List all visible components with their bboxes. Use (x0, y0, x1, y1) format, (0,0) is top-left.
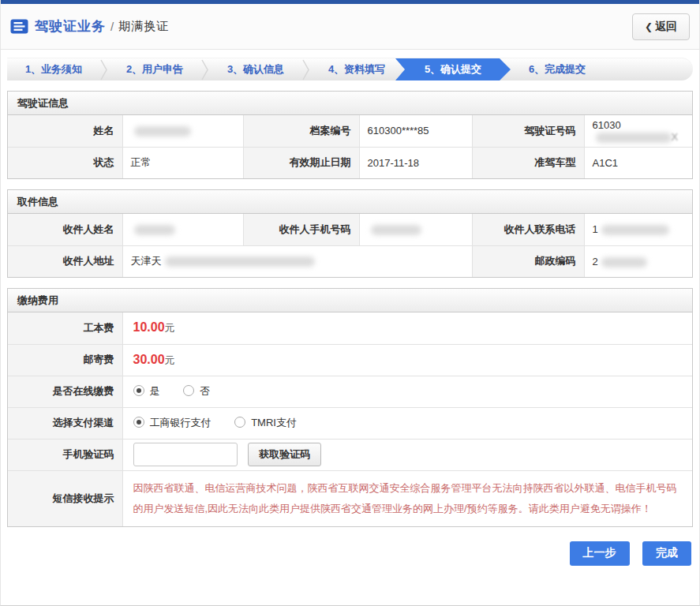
tab-step-2[interactable]: 2、用户申告 (108, 58, 201, 80)
online-pay-yes-label[interactable]: 是 (150, 385, 160, 397)
tab-step-4[interactable]: 4、资料填写 (310, 58, 403, 80)
radio-channel-tmri[interactable] (234, 417, 245, 428)
radio-online-pay-yes[interactable] (133, 385, 144, 396)
post-fee-label: 邮寄费 (8, 344, 122, 376)
vehicle-value: A1C1 (584, 147, 692, 178)
step-separator-icon (201, 58, 209, 80)
online-pay-options: 是 否 (122, 376, 692, 407)
vehicle-label: 准驾车型 (472, 147, 584, 178)
recipient-address-value: 天津天 (122, 245, 472, 277)
sms-code-row: 获取验证码 (122, 439, 692, 470)
online-pay-label: 是否在线缴费 (8, 376, 122, 407)
breadcrumb-separator: / (110, 20, 114, 33)
pickup-section-title: 取件信息 (8, 190, 692, 214)
channel-tmri-label[interactable]: TMRI支付 (251, 417, 297, 428)
license-info-table: 姓名 档案编号 610300****85 驾驶证号码 61030X 状态 正常 … (8, 115, 692, 178)
tab-step-5-active[interactable]: 5、确认提交 (395, 58, 511, 80)
license-info-section: 驾驶证信息 姓名 档案编号 610300****85 驾驶证号码 61030X … (7, 91, 693, 179)
radio-channel-icbc[interactable] (133, 417, 144, 428)
step-separator-icon (302, 58, 310, 80)
channel-icbc-label[interactable]: 工商银行支付 (150, 417, 211, 428)
postcode-label: 邮政编码 (472, 245, 584, 277)
tab-step-3[interactable]: 3、确认信息 (209, 58, 302, 80)
redacted-recipient-mobile (371, 225, 421, 235)
redacted-postcode (601, 257, 647, 267)
list-icon (10, 19, 28, 34)
steps-bar-wrap: 1、业务须知 2、用户申告 3、确认信息 4、资料填写 5、确认提交 6、完成提… (1, 50, 699, 80)
pay-channel-options: 工商银行支付 TMRI支付 (122, 407, 692, 439)
redacted-name (134, 126, 191, 137)
sms-code-input[interactable] (133, 443, 238, 466)
license-no-value: 61030X (584, 115, 692, 147)
expiry-value: 2017-11-18 (359, 147, 472, 178)
chevron-left-icon: ❮ (645, 21, 653, 32)
license-section-title: 驾驶证信息 (8, 92, 692, 115)
breadcrumb-section: 驾驶证业务 (35, 17, 106, 36)
payment-section-title: 缴纳费用 (8, 289, 692, 312)
postcode-value: 2 (584, 245, 692, 277)
pickup-info-table: 收件人姓名 收件人手机号码 收件人联系电话 1 收件人地址 天津天 邮政编码 2 (8, 214, 692, 277)
breadcrumb-current: 期满换证 (118, 19, 169, 34)
step-separator-icon (100, 58, 108, 80)
recipient-name-label: 收件人姓名 (8, 214, 122, 245)
sms-code-label: 手机验证码 (8, 439, 122, 470)
page-header: 驾驶证业务 / 期满换证 ❮返回 (1, 4, 699, 50)
steps-bar-rest (604, 58, 693, 80)
file-no-label: 档案编号 (243, 115, 359, 147)
sms-tip-label: 短信接收提示 (8, 470, 122, 526)
steps-bar: 1、业务须知 2、用户申告 3、确认信息 4、资料填写 5、确认提交 6、完成提… (7, 58, 693, 80)
name-label: 姓名 (8, 115, 122, 147)
redacted-recipient-address (165, 256, 315, 267)
get-code-button[interactable]: 获取验证码 (248, 443, 321, 466)
work-fee-label: 工本费 (8, 312, 122, 344)
redacted-license-no (596, 133, 672, 143)
back-button[interactable]: ❮返回 (632, 13, 690, 40)
sms-tip-text: 因陕西省联通、电信运营商技术问题，陕西省互联网交通安全综合服务管理平台无法向持陕… (133, 478, 682, 519)
tab-step-6[interactable]: 6、完成提交 (511, 58, 604, 80)
recipient-phone-label: 收件人联系电话 (472, 214, 584, 245)
status-value: 正常 (122, 147, 243, 178)
payment-table: 工本费 10.00元 邮寄费 30.00元 是否在线缴费 是 否 选择支付渠道 … (8, 312, 692, 526)
expiry-label: 有效期止日期 (243, 147, 359, 178)
recipient-mobile-value (359, 214, 472, 245)
footer-actions: 上一步 完成 (1, 527, 699, 566)
sms-tip-cell: 因陕西省联通、电信运营商技术问题，陕西省互联网交通安全综合服务管理平台无法向持陕… (122, 470, 692, 526)
work-fee-value: 10.00元 (122, 312, 692, 344)
page: 驾驶证业务 / 期满换证 ❮返回 1、业务须知 2、用户申告 3、确认信息 4、… (0, 0, 700, 606)
payment-section: 缴纳费用 工本费 10.00元 邮寄费 30.00元 是否在线缴费 是 否 选择… (7, 288, 693, 527)
recipient-mobile-label: 收件人手机号码 (243, 214, 359, 245)
finish-button[interactable]: 完成 (642, 541, 691, 566)
license-no-label: 驾驶证号码 (472, 115, 584, 147)
name-value (122, 115, 243, 147)
recipient-phone-value: 1 (584, 214, 692, 245)
radio-online-pay-no[interactable] (183, 385, 194, 396)
tab-step-1[interactable]: 1、业务须知 (7, 58, 100, 80)
previous-step-button[interactable]: 上一步 (570, 541, 630, 566)
recipient-name-value (122, 214, 243, 245)
recipient-address-label: 收件人地址 (8, 245, 122, 277)
redacted-recipient-phone (601, 225, 669, 235)
pickup-info-section: 取件信息 收件人姓名 收件人手机号码 收件人联系电话 1 收件人地址 天津天 邮… (7, 189, 693, 278)
post-fee-value: 30.00元 (122, 344, 692, 376)
online-pay-no-label[interactable]: 否 (200, 385, 210, 397)
status-label: 状态 (8, 147, 122, 178)
file-no-value: 610300****85 (359, 115, 472, 147)
redacted-recipient-name (134, 225, 175, 235)
pay-channel-label: 选择支付渠道 (8, 407, 122, 439)
